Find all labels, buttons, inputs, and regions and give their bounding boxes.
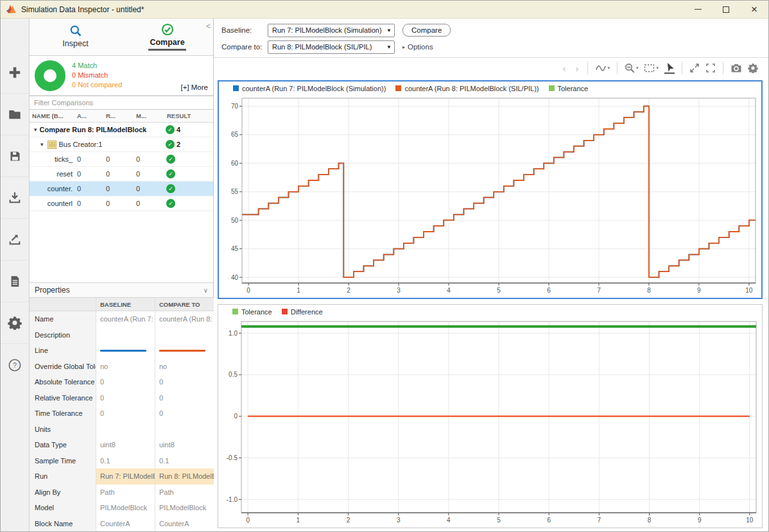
- property-compare-value: [155, 343, 214, 359]
- fit-to-view-button[interactable]: [689, 63, 700, 73]
- nav-forward-button[interactable]: ›: [573, 64, 580, 73]
- property-row[interactable]: Line: [30, 343, 213, 359]
- comparison-row[interactable]: ▾Bus Creator:1✓2: [30, 137, 213, 152]
- nav-back-button[interactable]: ‹: [560, 64, 567, 73]
- properties-header[interactable]: Properties ∨: [30, 282, 213, 298]
- property-row[interactable]: Description: [30, 327, 213, 343]
- property-label: Sample Time: [30, 453, 96, 469]
- signal-chart-plot[interactable]: 01234567891040455055606570: [219, 95, 761, 298]
- svg-text:1.0: 1.0: [229, 330, 238, 337]
- chart-settings-button[interactable]: [748, 63, 758, 73]
- compare-to-dropdown[interactable]: Run 8: PILModelBlock (SIL/PIL) ▼: [268, 40, 395, 54]
- legend-swatch-icon: [549, 85, 555, 91]
- property-row[interactable]: Sample Time0.10.1: [30, 453, 213, 469]
- rel-tolerance-value: 0: [103, 155, 134, 163]
- col-header-abs[interactable]: A...: [74, 112, 103, 119]
- compare-button[interactable]: Compare: [402, 24, 451, 37]
- legend-item[interactable]: Difference: [282, 308, 323, 316]
- options-expander[interactable]: ▸ Options: [402, 43, 433, 51]
- tab-compare[interactable]: Compare: [121, 19, 213, 55]
- comparison-row[interactable]: ▾Compare Run 8: PILModelBlock✓4: [30, 123, 213, 137]
- more-link[interactable]: [+] More: [180, 83, 208, 91]
- svg-text:9: 9: [697, 287, 701, 294]
- inspect-magnifier-icon: [69, 24, 82, 37]
- property-label: Relative Tolerance: [30, 390, 96, 406]
- col-header-name[interactable]: NAME (B...: [30, 112, 74, 119]
- legend-item[interactable]: counterA (Run 7: PILModelBlock (Simulati…: [233, 85, 386, 92]
- close-button[interactable]: ×: [740, 1, 768, 18]
- legend-item[interactable]: counterA (Run 8: PILModelBlock (SIL/PIL)…: [395, 85, 539, 92]
- svg-text:5: 5: [497, 287, 501, 294]
- signal-cursor-button[interactable]: ▾: [595, 63, 610, 73]
- collapse-panel-button[interactable]: <: [206, 22, 211, 30]
- property-row[interactable]: NamecounterA (Run 7: PILModelBlock (Simu…: [30, 311, 213, 327]
- difference-chart-plot[interactable]: 012345678910-1.0-0.500.51.0: [218, 318, 762, 528]
- import-button[interactable]: [1, 177, 29, 219]
- svg-text:0: 0: [246, 287, 250, 294]
- fullscreen-button[interactable]: [705, 63, 716, 73]
- tab-inspect[interactable]: Inspect: [30, 19, 121, 55]
- comparison-row[interactable]: counter.000✓: [30, 182, 213, 196]
- comparison-row[interactable]: counterl000✓: [30, 196, 213, 211]
- svg-text:7: 7: [597, 287, 601, 294]
- new-run-button[interactable]: [1, 52, 29, 94]
- comparison-row[interactable]: reset000✓: [30, 167, 213, 182]
- open-button[interactable]: [1, 94, 29, 135]
- minimize-button[interactable]: [684, 1, 712, 18]
- result-cell: ✓: [164, 169, 213, 178]
- filter-input[interactable]: [30, 96, 213, 110]
- property-row[interactable]: Time Tolerance00: [30, 406, 213, 422]
- baseline-label: Baseline:: [221, 26, 268, 34]
- maximize-icon: [723, 6, 729, 13]
- preferences-button[interactable]: [1, 302, 29, 344]
- legend-item[interactable]: Tolerance: [549, 85, 589, 92]
- help-button[interactable]: ?: [1, 344, 29, 386]
- col-header-result[interactable]: RESULT: [164, 112, 213, 119]
- svg-text:2: 2: [347, 517, 350, 524]
- expander-icon[interactable]: ▾: [40, 141, 44, 148]
- property-row[interactable]: Data Typeuint8uint8: [30, 437, 213, 453]
- comparison-row[interactable]: ticks_000✓: [30, 152, 213, 167]
- snapshot-button[interactable]: [730, 63, 742, 73]
- col-header-rel[interactable]: R...: [103, 112, 134, 119]
- property-row[interactable]: RunRun 7: PILModelBlockRun 8: PILModelBl…: [30, 468, 213, 485]
- options-label: Options: [408, 43, 433, 51]
- compare-to-label: Compare to:: [221, 43, 268, 51]
- property-row[interactable]: Units: [30, 422, 213, 438]
- toolbar-separator: [682, 62, 682, 74]
- save-button[interactable]: [1, 135, 29, 177]
- comparison-view: Baseline: Run 7: PILModelBlock (Simulati…: [214, 19, 768, 531]
- export-button[interactable]: [1, 219, 29, 261]
- signal-chart-panel[interactable]: counterA (Run 7: PILModelBlock (Simulati…: [218, 80, 763, 299]
- property-row[interactable]: Override Global Tolerancenono: [30, 359, 213, 375]
- pointer-tool-button[interactable]: [664, 62, 675, 74]
- property-baseline-value: [96, 422, 155, 438]
- plus-icon: [8, 65, 22, 80]
- svg-text:5: 5: [497, 517, 501, 524]
- help-icon: ?: [8, 358, 22, 372]
- create-report-button[interactable]: [1, 261, 29, 302]
- property-baseline-value: CounterA: [96, 516, 155, 532]
- max-diff-value: 0: [134, 155, 164, 163]
- property-row[interactable]: Relative Tolerance00: [30, 390, 213, 406]
- property-row[interactable]: Align ByPathPath: [30, 485, 213, 501]
- property-row[interactable]: ModelPILModelBlockPILModelBlock: [30, 500, 213, 516]
- zoom-button[interactable]: ▾: [625, 63, 639, 74]
- baseline-dropdown[interactable]: Run 7: PILModelBlock (Simulation) ▼: [268, 24, 395, 37]
- max-diff-value: 0: [134, 185, 164, 193]
- svg-text:9: 9: [698, 517, 702, 524]
- property-label: Absolute Tolerance: [30, 374, 96, 390]
- col-header-max[interactable]: M...: [134, 112, 164, 119]
- maximize-button[interactable]: [712, 1, 740, 18]
- chevron-right-icon: ▸: [402, 44, 405, 50]
- property-compare-value: 0: [155, 374, 214, 390]
- expander-icon[interactable]: ▾: [34, 126, 37, 133]
- svg-text:1: 1: [297, 287, 300, 294]
- property-row[interactable]: Block NameCounterACounterA: [30, 516, 213, 532]
- property-row[interactable]: Absolute Tolerance00: [30, 374, 213, 390]
- comparison-summary: 4 Match 0 Mismatch 0 Not compared [+] Mo…: [30, 56, 213, 96]
- legend-item[interactable]: Tolerance: [232, 308, 272, 316]
- rect-zoom-button[interactable]: ▾: [644, 64, 659, 73]
- difference-chart-panel[interactable]: ToleranceDifference 012345678910-1.0-0.5…: [218, 304, 763, 528]
- navigation-panel: Inspect Compare < 4 Match 0 Mismatch 0 N…: [30, 19, 214, 531]
